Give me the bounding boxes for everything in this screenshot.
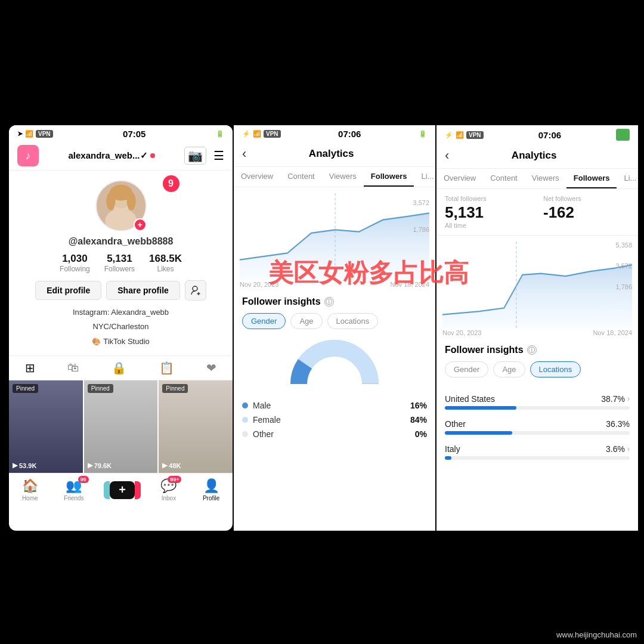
location-header-us: United States 38.7% › — [445, 394, 630, 404]
tab-followers-3[interactable]: Followers — [566, 169, 617, 188]
net-followers-label: Net followers — [543, 195, 630, 202]
wifi-icon-2: 📶 — [253, 130, 261, 138]
video-thumb-3[interactable]: Pinned ▶48K — [159, 380, 233, 473]
grid-tab[interactable]: ⊞ — [25, 361, 35, 375]
location-pct-us: 38.7% › — [601, 394, 630, 404]
status-icons-right: 🔋 — [216, 130, 224, 138]
studio-label: TikTok Studio — [103, 337, 150, 346]
battery-icon: 🔋 — [216, 130, 224, 138]
profile-header: ♪ alexandra_web...✓ 📷 ☰ — [9, 141, 233, 171]
fi-tab-age-3[interactable]: Age — [493, 361, 525, 377]
location-name-other: Other — [445, 419, 466, 429]
male-dot — [242, 402, 248, 408]
profile-bio-line2: NYC/Charleston — [81, 321, 161, 333]
add-friend-button[interactable] — [185, 280, 206, 301]
total-followers-label: Total followers — [445, 195, 531, 202]
tab-content-2[interactable]: Content — [280, 167, 322, 187]
net-followers-box: Net followers -162 — [543, 195, 630, 229]
status-bar-2: ⚡ 📶 VPN 07:06 🔋 — [234, 125, 435, 141]
profile-username-header: alexandra_web...✓ — [68, 150, 154, 161]
location-name-italy: Italy — [445, 444, 460, 454]
shop-tab[interactable]: 🛍 — [67, 361, 79, 375]
profile-bio-line1: Instagram: Alexandra_webb — [61, 306, 181, 318]
nav-home[interactable]: 🏠 Home — [22, 478, 38, 501]
tab-followers-2[interactable]: Followers — [364, 167, 414, 187]
nav-friends[interactable]: 👥 99 Friends — [64, 478, 83, 501]
chart-label-bot-3: 1,786 — [615, 283, 632, 290]
legend-row-other: Other 0% — [242, 429, 427, 439]
fi-title-3: Follower insights ⓘ — [445, 345, 630, 355]
edit-profile-button[interactable]: Edit profile — [35, 281, 101, 300]
back-button-3[interactable]: ‹ — [445, 148, 449, 163]
likes-label: Likes — [157, 265, 174, 273]
verified-dot — [150, 153, 155, 158]
status-icons-right-3: ▓ — [616, 129, 630, 141]
fi-tab-age-2[interactable]: Age — [290, 313, 322, 329]
profile-username: @alexandra_webb8888 — [69, 236, 174, 247]
avatar-wrap: + 9 — [95, 180, 147, 231]
fi-tab-locations-3[interactable]: Locations — [530, 361, 581, 377]
status-icons-left-3: ⚡ 📶 VPN — [445, 131, 484, 139]
arrow-icon: ➤ — [17, 130, 23, 138]
profile-actions: Edit profile Share profile — [35, 280, 206, 301]
fi-tab-locations-2[interactable]: Locations — [327, 313, 379, 329]
location-row-us: United States 38.7% › — [436, 389, 638, 414]
add-photo-icon[interactable]: 📷 — [184, 147, 206, 165]
nav-add[interactable]: + — [110, 481, 135, 499]
donut-chart-wrap — [242, 336, 427, 390]
info-icon-3: ⓘ — [527, 345, 537, 355]
repost-tab[interactable]: 📋 — [159, 361, 174, 375]
content-tabs: ⊞ 🛍 🔒 📋 ❤ — [9, 355, 233, 380]
status-icons-left-2: ⚡ 📶 VPN — [242, 130, 281, 138]
video-thumb-1[interactable]: Pinned ▶53.9K — [9, 380, 83, 473]
fi-tab-gender-2[interactable]: Gender — [242, 313, 286, 329]
fi-title-text-3: Follower insights — [445, 345, 524, 355]
lock-tab[interactable]: 🔒 — [112, 361, 126, 375]
location-bar-bg-us — [445, 406, 630, 410]
avatar-plus-btn[interactable]: + — [134, 218, 147, 231]
tab-li-2[interactable]: Li... — [414, 167, 435, 187]
location-bar-bg-italy — [445, 456, 630, 460]
tab-overview-3[interactable]: Overview — [436, 169, 483, 188]
share-profile-button[interactable]: Share profile — [106, 281, 180, 300]
wifi-icon-3: 📶 — [456, 131, 464, 139]
gender-legend: Male 16% Female 84% Other 0% — [234, 401, 435, 439]
profile-content: + 9 @alexandra_webb8888 1,030 Following … — [9, 171, 233, 355]
tab-content-3[interactable]: Content — [483, 169, 525, 188]
battery-full-icon-3: ▓ — [616, 129, 630, 141]
tab-viewers-2[interactable]: Viewers — [322, 167, 364, 187]
back-button-2[interactable]: ‹ — [242, 146, 246, 162]
phone-profile: ➤ 📶 VPN 07:05 🔋 ♪ alexandra_web...✓ — [9, 125, 233, 531]
nav-inbox[interactable]: 💬 99+ Inbox — [160, 478, 177, 501]
vpn-badge-2: VPN — [264, 130, 281, 138]
location-name-us: United States — [445, 394, 495, 404]
add-button[interactable]: + — [110, 481, 135, 499]
stats-panel-3: Total followers 5,131 All time Net follo… — [436, 189, 638, 236]
male-label: Male — [253, 401, 271, 410]
chart-label-top-3: 5,358 — [615, 242, 632, 249]
tiktok-studio-link[interactable]: 🎨 TikTok Studio — [92, 337, 150, 346]
nav-profile[interactable]: 👤 Profile — [203, 478, 219, 501]
location-bar-fill-italy — [445, 456, 451, 460]
tab-viewers-3[interactable]: Viewers — [525, 169, 566, 188]
chart-label-mid-2: 1,786 — [413, 226, 429, 233]
header-icons: 📷 ☰ — [184, 147, 224, 165]
female-pct: 84% — [410, 415, 427, 425]
chart-area-3: 5,358 3,572 1,786 — [436, 236, 638, 328]
video-views-3: ▶48K — [162, 462, 181, 469]
vpn-badge: VPN — [36, 130, 53, 138]
tab-overview-2[interactable]: Overview — [234, 167, 280, 187]
video-thumb-2[interactable]: Pinned ▶79.6K — [84, 380, 158, 473]
menu-icon[interactable]: ☰ — [213, 148, 224, 163]
likes-count: 168.5K — [149, 253, 182, 265]
home-icon: 🏠 — [22, 478, 38, 494]
location-bar-bg-other — [445, 431, 630, 435]
profile-icon: 👤 — [203, 478, 219, 494]
friends-badge: 99 — [78, 476, 89, 483]
us-arrow: › — [627, 395, 630, 403]
liked-tab[interactable]: ❤ — [206, 361, 216, 375]
stats-row-3: Total followers 5,131 All time Net follo… — [445, 195, 630, 229]
fi-tabs-2: Gender Age Locations — [242, 313, 427, 329]
fi-tab-gender-3[interactable]: Gender — [445, 361, 488, 377]
tab-li-3[interactable]: Li... — [617, 169, 638, 188]
